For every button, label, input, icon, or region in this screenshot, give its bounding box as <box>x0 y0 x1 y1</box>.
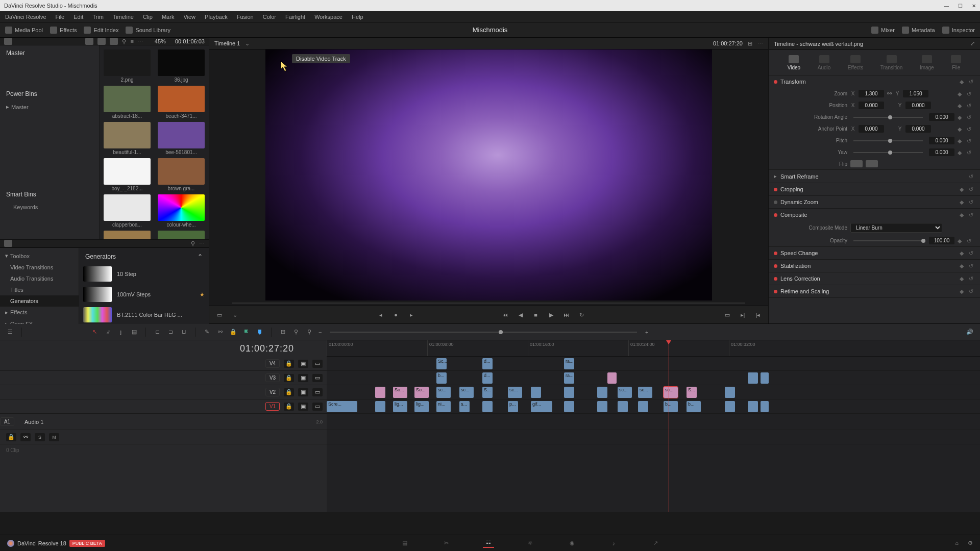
menu-fusion[interactable]: Fusion <box>237 14 254 20</box>
inspector-tab-video[interactable]: Video <box>788 55 800 70</box>
section-speed-change[interactable]: Speed Change◆↺ <box>769 247 980 259</box>
keyframe-icon[interactable]: ◆ <box>958 103 964 109</box>
timeline-clip[interactable]: b... <box>687 401 701 412</box>
prev-edit-icon[interactable]: ◂ <box>377 311 385 319</box>
dropdown-icon[interactable]: ⌄ <box>245 40 250 47</box>
search-icon[interactable]: ⚲ <box>122 38 126 45</box>
media-thumb[interactable]: colour-whe... <box>158 194 205 228</box>
prev-clip-icon[interactable]: |◂ <box>754 311 762 319</box>
timeline-clip[interactable]: lig... <box>393 401 407 412</box>
toolbox-item-effects[interactable]: ▸Effects <box>0 307 79 318</box>
timeline-clip[interactable]: s... <box>459 401 470 412</box>
timeline-clip[interactable]: sc... <box>618 387 632 398</box>
detail-zoom-icon[interactable]: ⚲ <box>305 328 313 336</box>
playhead[interactable] <box>669 340 669 512</box>
collapse-icon[interactable]: ⌃ <box>198 253 203 260</box>
page-fusion-icon[interactable]: ⚛ <box>525 539 536 548</box>
inspector-tab-file[interactable]: File <box>951 55 961 70</box>
reset-icon[interactable]: ↺ <box>967 126 973 132</box>
settings-icon[interactable]: ⚙ <box>968 540 973 546</box>
stop-icon[interactable]: ■ <box>532 311 540 319</box>
toolbox-item-generators[interactable]: Generators <box>0 295 79 307</box>
blade-tool-icon[interactable]: ▤ <box>130 328 138 336</box>
timeline-clip[interactable]: Sc... <box>436 358 447 369</box>
lock-icon[interactable]: 🔒 <box>284 388 294 396</box>
toolbox-header[interactable]: ▾Toolbox <box>0 250 79 262</box>
timeline-clip[interactable] <box>375 387 385 398</box>
auto-select-icon[interactable]: ▣ <box>298 388 308 396</box>
generator-item[interactable]: 10 Step <box>81 264 207 284</box>
timeline-clip[interactable]: gif... <box>531 401 552 412</box>
reset-icon[interactable]: ↺ <box>967 114 973 120</box>
next-edit-icon[interactable]: ▸ <box>407 311 415 319</box>
keyframe-icon[interactable]: ◆ <box>958 126 964 132</box>
menu-file[interactable]: File <box>56 14 65 20</box>
bin-master[interactable]: Master <box>0 45 99 61</box>
more-icon[interactable]: ⋯ <box>138 38 143 45</box>
media-thumb[interactable]: abstract-18... <box>104 86 151 119</box>
toolbar-edit-index[interactable]: Edit Index <box>84 27 118 34</box>
marker-icon[interactable] <box>256 328 264 336</box>
pos-x-input[interactable] <box>859 102 884 109</box>
close-button[interactable]: ✕ <box>972 3 976 9</box>
timeline-clip[interactable] <box>725 401 735 412</box>
timeline-clip[interactable] <box>597 401 607 412</box>
pos-y-input[interactable] <box>905 102 931 109</box>
anchor-x-input[interactable] <box>859 125 884 133</box>
next-clip-icon[interactable]: ▸| <box>739 311 747 319</box>
timeline-clip[interactable]: d... <box>482 358 493 369</box>
loop-icon[interactable]: ↻ <box>578 311 586 319</box>
timeline-clip[interactable] <box>748 401 758 412</box>
timeline-clip[interactable]: So... <box>393 387 407 398</box>
menu-davinci-resolve[interactable]: DaVinci Resolve <box>5 14 46 20</box>
timeline-clip[interactable]: sc... <box>638 387 652 398</box>
track-v4[interactable]: V4 <box>265 359 280 368</box>
menu-workspace[interactable]: Workspace <box>314 14 342 20</box>
snap-icon[interactable]: ⊞ <box>279 328 287 336</box>
toolbox-item-video-transitions[interactable]: Video Transitions <box>0 262 79 273</box>
sync-icon[interactable]: ⚯ <box>20 433 31 441</box>
reset-icon[interactable]: ↺ <box>967 138 973 144</box>
first-frame-icon[interactable]: ⏮ <box>501 311 509 319</box>
minimize-button[interactable]: — <box>944 3 949 9</box>
track-enable-icon[interactable]: ▭ <box>312 374 323 382</box>
composite-mode-select[interactable]: Linear Burn <box>850 223 942 233</box>
media-thumb[interactable]: bee-561801... <box>158 122 205 155</box>
viewer-opts-icon[interactable]: ⊞ <box>748 40 752 47</box>
keyframe-icon[interactable]: ◆ <box>958 91 964 97</box>
section-cropping[interactable]: Cropping◆↺ <box>769 183 980 195</box>
play-reverse-icon[interactable]: ◀ <box>517 311 525 319</box>
timeline-clip[interactable]: sc... <box>436 387 451 398</box>
track-v1[interactable]: V1 <box>265 402 280 411</box>
section-stabilization[interactable]: Stabilization◆↺ <box>769 260 980 272</box>
media-thumb[interactable]: boy_-_2182... <box>104 158 151 191</box>
expand-icon[interactable]: ⤢ <box>970 40 975 47</box>
page-cut-icon[interactable]: ✂ <box>441 539 452 548</box>
track-enable-icon[interactable]: ▭ <box>312 360 323 368</box>
link-icon[interactable]: ⚯ <box>216 328 224 336</box>
mute-button[interactable]: M <box>49 433 59 441</box>
media-thumb[interactable]: 36.jpg <box>158 49 205 83</box>
enable-dot-icon[interactable] <box>774 80 777 84</box>
section-dynamic-zoom[interactable]: Dynamic Zoom◆↺ <box>769 196 980 208</box>
menu-fairlight[interactable]: Fairlight <box>285 14 305 20</box>
generator-item[interactable]: 100mV Steps★ <box>81 285 207 304</box>
timeline-clip[interactable] <box>748 372 758 384</box>
zoom-x-input[interactable] <box>859 90 884 97</box>
media-thumb[interactable]: brown gra... <box>158 158 205 191</box>
more-icon[interactable]: ⋯ <box>199 240 205 247</box>
section-transform[interactable]: Transform <box>780 79 957 85</box>
timeline-name[interactable]: Timeline 1 <box>214 40 240 46</box>
page-media-icon[interactable]: ▤ <box>399 539 410 548</box>
last-frame-icon[interactable]: ⏭ <box>562 311 571 319</box>
track-v3[interactable]: V3 <box>265 373 280 382</box>
timeline-clip[interactable]: So... <box>414 387 429 398</box>
timeline-clip[interactable]: S... <box>687 387 697 398</box>
inspector-tab-effects[interactable]: Effects <box>848 55 863 70</box>
media-thumb[interactable]: beautiful-1... <box>104 122 151 155</box>
section-composite[interactable]: Composite◆↺ <box>769 209 980 221</box>
timeline-clip[interactable] <box>564 401 574 412</box>
media-thumb[interactable]: beach-3471... <box>158 86 205 119</box>
timeline-clip[interactable]: sc... <box>459 387 474 398</box>
insert-icon[interactable]: ⊏ <box>153 328 161 336</box>
